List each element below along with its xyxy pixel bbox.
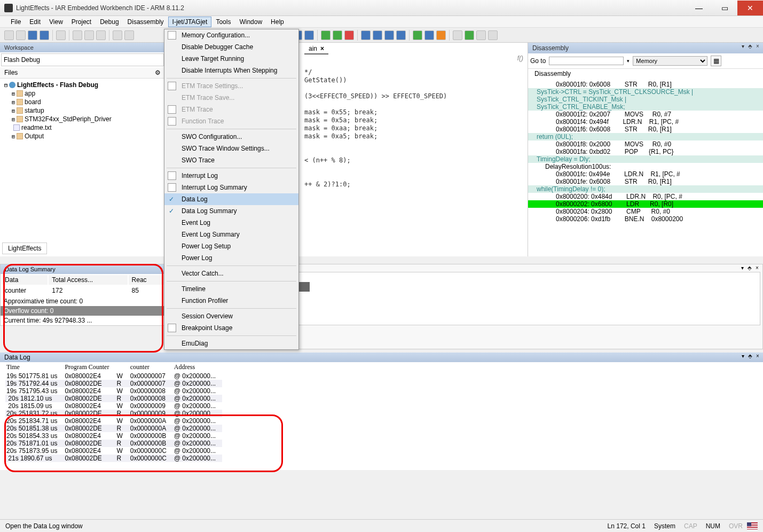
menu-tools[interactable]: Tools bbox=[211, 17, 235, 27]
close-panel-icon[interactable]: × bbox=[754, 44, 761, 50]
disassembly-line[interactable]: TimingDelay = Dly; bbox=[528, 155, 763, 163]
disassembly-line[interactable]: 0x80001f8: 0x2000 MOVS R0, #0 bbox=[528, 140, 763, 148]
tree-item[interactable]: ⊞startup bbox=[2, 106, 163, 115]
menu-item-leave-target-running[interactable]: Leave Target Running bbox=[164, 53, 298, 65]
menu-item-interrupt-log[interactable]: Interrupt Log bbox=[164, 170, 298, 182]
toolbar-copy-icon[interactable] bbox=[84, 30, 94, 40]
toolbar-redo-icon[interactable] bbox=[124, 30, 134, 40]
menu-item-data-log[interactable]: Data Log✓ bbox=[164, 193, 298, 205]
close-panel-icon[interactable]: × bbox=[754, 265, 760, 272]
menu-item-swo-trace-window-settings---[interactable]: SWO Trace Window Settings... bbox=[164, 143, 298, 154]
menu-item-etm-trace-settings---[interactable]: ETM Trace Settings... bbox=[164, 80, 298, 92]
disassembly-line[interactable]: 0x8000206: 0xd1fb BNE.N 0x8000200 bbox=[528, 215, 763, 223]
disassembly-line[interactable]: 0x80001fe: 0x6008 STR R0, [R1] bbox=[528, 178, 763, 185]
datalog-row[interactable]: 20s 501851.38 us0x080002DER0x0000000A@ 0… bbox=[5, 425, 222, 432]
datalog-row[interactable]: 20s 751871.01 us0x080002DER0x0000000B@ 0… bbox=[5, 440, 222, 447]
disassembly-line[interactable]: 0x80001f2: 0x2007 MOVS R0, #7 bbox=[528, 111, 763, 118]
menu-item-disable-debugger-cache[interactable]: Disable Debugger Cache bbox=[164, 41, 298, 53]
toolbar-reset-icon[interactable] bbox=[436, 30, 446, 40]
disassembly-line[interactable]: SysTick_CTRL_ENABLE_Msk; bbox=[528, 103, 763, 111]
menu-item-event-log-summary[interactable]: Event Log Summary bbox=[164, 229, 298, 240]
toolbar-pause-icon[interactable] bbox=[424, 30, 434, 40]
toolbar-saveall-icon[interactable] bbox=[40, 30, 49, 40]
datalog-row[interactable]: 20s 1815.09 us0x080002E4W0x00000009@ 0x2… bbox=[5, 402, 222, 410]
pin-icon[interactable]: ⬘ bbox=[747, 44, 753, 50]
menu-item-memory-configuration---[interactable]: Memory Configuration... bbox=[164, 29, 298, 41]
disassembly-line[interactable]: SysTick->CTRL = SysTick_CTRL_CLKSOURCE_M… bbox=[528, 88, 763, 96]
menu-help[interactable]: Help bbox=[266, 17, 288, 27]
disassembly-line[interactable]: SysTick_CTRL_TICKINT_Msk | bbox=[528, 96, 763, 103]
menu-project[interactable]: Project bbox=[67, 17, 96, 27]
menu-item-event-log[interactable]: Event Log bbox=[164, 217, 298, 229]
datalog-row[interactable]: 20s 751873.95 us0x080002E4W0x0000000C@ 0… bbox=[5, 447, 222, 455]
close-button[interactable]: ✕ bbox=[737, 1, 763, 15]
menu-disassembly[interactable]: Disassembly bbox=[123, 17, 168, 27]
menu-item-swo-trace[interactable]: SWO Trace bbox=[164, 154, 298, 166]
disassembly-line[interactable]: 0x8000202: 0x6800 LDR R0, [R0] bbox=[528, 200, 763, 208]
toolbar-misc2-icon[interactable] bbox=[488, 30, 498, 40]
datalog-row[interactable]: 19s 751795.43 us0x080002E4W0x00000008@ 0… bbox=[5, 387, 222, 395]
toolbar-step-out-icon[interactable] bbox=[384, 30, 394, 40]
disassembly-line[interactable]: return (0UL); bbox=[528, 133, 763, 140]
toolbar-step-over-icon[interactable] bbox=[361, 30, 371, 40]
toolbar-print-icon[interactable] bbox=[56, 30, 66, 40]
menu-item-function-profiler[interactable]: Function Profiler bbox=[164, 295, 298, 307]
tree-item[interactable]: ⊟LightEffects - Flash Debug bbox=[2, 81, 163, 89]
menu-file[interactable]: File bbox=[6, 17, 25, 27]
datalog-row[interactable]: 20s 501854.33 us0x080002E4W0x0000000B@ 0… bbox=[5, 432, 222, 440]
menu-item-swo-configuration---[interactable]: SWO Configuration... bbox=[164, 131, 298, 143]
workspace-tree[interactable]: ⊟LightEffects - Flash Debug⊞app⊞board⊞st… bbox=[0, 79, 165, 240]
toolbar-undo-icon[interactable] bbox=[113, 30, 122, 40]
menu-debug[interactable]: Debug bbox=[96, 17, 123, 27]
toolbar-cut-icon[interactable] bbox=[73, 30, 82, 40]
menu-item-disable-interrupts-when-stepping[interactable]: Disable Interrupts When Stepping bbox=[164, 65, 298, 76]
pin-icon[interactable]: ⬘ bbox=[747, 354, 753, 360]
gear-icon[interactable]: ⚙ bbox=[155, 69, 161, 76]
editor-tab-close-icon[interactable]: × bbox=[320, 45, 324, 52]
toolbar-misc1-icon[interactable] bbox=[476, 30, 486, 40]
disassembly-line[interactable]: 0x80001fa: 0xbd02 POP {R1, PC} bbox=[528, 148, 763, 155]
datalog-row[interactable]: 21s 1890.67 us0x080002DER0x0000000C@ 0x2… bbox=[5, 455, 222, 462]
toolbar-step-into-icon[interactable] bbox=[373, 30, 382, 40]
disassembly-line[interactable]: 0x80001f0: 0x6008 STR R0, [R1] bbox=[528, 81, 763, 88]
toolbar-open-icon[interactable] bbox=[16, 30, 26, 40]
toolbar-save-icon[interactable] bbox=[28, 30, 37, 40]
toolbar-swo-icon[interactable] bbox=[465, 30, 474, 40]
menu-item-function-trace[interactable]: Function Trace bbox=[164, 115, 298, 127]
menu-item-emudiag[interactable]: EmuDiag bbox=[164, 338, 298, 349]
menu-item-data-log-summary[interactable]: Data Log Summary✓ bbox=[164, 205, 298, 217]
tree-item[interactable]: readme.txt bbox=[2, 123, 163, 132]
workspace-tab[interactable]: LightEffects bbox=[2, 242, 47, 254]
flag-icon[interactable] bbox=[747, 522, 758, 529]
menu-item-vector-catch---[interactable]: Vector Catch... bbox=[164, 268, 298, 279]
tree-item[interactable]: ⊞STM32F4xx_StdPeriph_Driver bbox=[2, 115, 163, 123]
datalog-row[interactable]: 19s 501775.81 us0x080002E4W0x00000007@ 0… bbox=[5, 372, 222, 380]
menu-view[interactable]: View bbox=[45, 17, 67, 27]
menu-item-etm-trace-save---[interactable]: ETM Trace Save... bbox=[164, 92, 298, 104]
goto-input[interactable] bbox=[549, 57, 624, 65]
menu-window[interactable]: Window bbox=[235, 17, 266, 27]
datalog-table[interactable]: TimeProgram CountercounterAddress19s 501… bbox=[5, 362, 222, 462]
dropdown-icon[interactable]: ▾ bbox=[740, 354, 746, 360]
toolbar-runto-icon[interactable] bbox=[396, 30, 406, 40]
menu-item-power-log-setup[interactable]: Power Log Setup bbox=[164, 240, 298, 252]
disassembly-line[interactable]: 0x80001f6: 0x6008 STR R0, [R1] bbox=[528, 126, 763, 133]
minimize-button[interactable]: — bbox=[686, 1, 712, 15]
datalog-row[interactable]: 20s 1812.10 us0x080002DER0x00000008@ 0x2… bbox=[5, 395, 222, 402]
disassembly-line[interactable]: 0x8000200: 0x484d LDR.N R0, [PC, # bbox=[528, 193, 763, 200]
menu-item-interrupt-log-summary[interactable]: Interrupt Log Summary bbox=[164, 182, 298, 193]
toolbar-play-icon[interactable] bbox=[413, 30, 422, 40]
toolbar-etm-icon[interactable] bbox=[453, 30, 462, 40]
toolbar-go-icon[interactable] bbox=[321, 30, 331, 40]
menu-item-session-overview[interactable]: Session Overview bbox=[164, 310, 298, 322]
editor-tab[interactable]: ain × bbox=[304, 44, 328, 54]
datalog-row[interactable]: 19s 751792.44 us0x080002DER0x00000007@ 0… bbox=[5, 380, 222, 387]
menu-edit[interactable]: Edit bbox=[25, 17, 45, 27]
toolbar-new-icon[interactable] bbox=[4, 30, 14, 40]
dropdown-icon[interactable]: ▾ bbox=[739, 265, 745, 272]
menu-item-etm-trace[interactable]: ETM Trace bbox=[164, 104, 298, 115]
datalog-row[interactable]: 20s 251834.71 us0x080002E4W0x0000000A@ 0… bbox=[5, 417, 222, 425]
disassembly-refresh-icon[interactable]: ▦ bbox=[711, 56, 721, 66]
menu-item-timeline[interactable]: Timeline bbox=[164, 283, 298, 295]
menu-ijetjtagjet[interactable]: I-jet/JTAGjet bbox=[168, 17, 212, 27]
